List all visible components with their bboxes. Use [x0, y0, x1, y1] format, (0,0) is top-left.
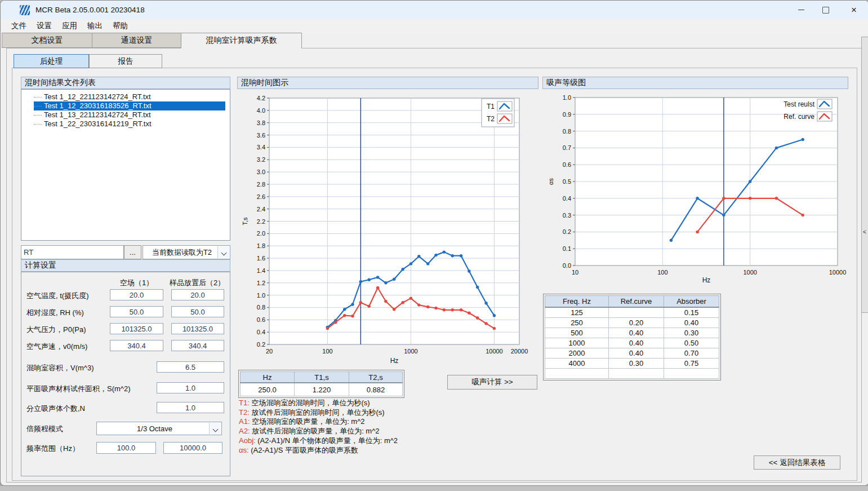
calc-input-with-sample[interactable]	[171, 323, 224, 334]
svg-text:3.4: 3.4	[257, 144, 265, 151]
column-header: Hz	[241, 372, 295, 383]
tab-document-settings[interactable]: 文档设置	[2, 33, 92, 48]
menu-item[interactable]: 帮助	[108, 20, 133, 32]
file-list-item[interactable]: Test 1_12_221123142724_RT.txt	[34, 92, 225, 101]
svg-text:1.4: 1.4	[257, 267, 265, 274]
svg-text:3.2: 3.2	[257, 156, 265, 163]
freq-max-input[interactable]	[163, 442, 222, 454]
close-icon: ×	[851, 5, 857, 15]
svg-text:1.0: 1.0	[563, 94, 571, 101]
table-cell: 0.70	[664, 348, 719, 359]
calc-input-single[interactable]	[157, 361, 224, 373]
table-cell: 2000	[545, 348, 609, 359]
note-key: A2:	[239, 427, 250, 435]
svg-text:3.6: 3.6	[257, 132, 265, 139]
svg-text:4.2: 4.2	[257, 95, 265, 101]
table-cell: 500	[545, 328, 609, 338]
calc-input-single[interactable]	[157, 402, 224, 413]
table-row: 20000.400.70	[545, 348, 719, 359]
grade-chart[interactable]: 0.00.10.20.30.40.50.60.70.80.91.01010010…	[546, 92, 847, 285]
note-text: 空场混响室的吸声量，单位为: m^2	[250, 417, 365, 426]
freq-min-input[interactable]	[96, 442, 156, 454]
table-cell: 0.50	[664, 338, 719, 348]
svg-text:1000: 1000	[404, 348, 417, 355]
table-cell: 0.30	[664, 328, 719, 338]
minimize-icon	[798, 10, 804, 10]
svg-text:2.6: 2.6	[257, 193, 265, 200]
svg-text:0.2: 0.2	[257, 341, 265, 348]
calc-input-empty-room[interactable]	[110, 306, 163, 317]
calc-input-empty-room[interactable]	[110, 289, 163, 300]
svg-text:T1: T1	[487, 103, 495, 110]
browse-button[interactable]: ...	[124, 245, 141, 259]
menu-item[interactable]: 文件	[6, 20, 32, 32]
svg-text:0.5: 0.5	[563, 178, 571, 185]
menu-item[interactable]: 应用	[57, 20, 82, 32]
calc-input-empty-room[interactable]	[110, 340, 163, 351]
calc-label: 相对湿度, RH (%)	[26, 308, 84, 318]
svg-text:0.6: 0.6	[563, 161, 571, 168]
file-list-panel-header: 混时间结果文件列表	[21, 77, 230, 89]
calc-label: 空气声速，v0(m/s)	[26, 342, 87, 352]
svg-text:1.8: 1.8	[257, 242, 265, 249]
svg-text:100: 100	[657, 269, 667, 276]
tab-channel-settings[interactable]: 通道设置	[92, 33, 181, 48]
table-cell: 1.220	[295, 383, 349, 396]
svg-text:Hz: Hz	[390, 357, 399, 365]
grade-table-wrap: Freq. HzRef.curveAbsorber1250.152500.200…	[543, 294, 721, 381]
tab-reverb-absorption[interactable]: 混响室计算吸声系数	[181, 33, 302, 48]
close-button[interactable]: ×	[842, 1, 866, 19]
note-key: T2:	[239, 408, 250, 417]
note-line: T1: 空场混响室的混响时间，单位为秒(s)	[239, 399, 398, 408]
calc-input-with-sample[interactable]	[171, 340, 224, 351]
calc-input-with-sample[interactable]	[171, 289, 224, 300]
note-text: 空场混响室的混响时间，单位为秒(s)	[250, 399, 370, 407]
minimize-button[interactable]	[789, 1, 813, 19]
inner-tab-postprocess[interactable]: 后处理	[14, 54, 89, 68]
svg-text:T2: T2	[487, 115, 495, 123]
calc-input-empty-room[interactable]	[110, 323, 163, 334]
rt-name-input[interactable]	[21, 245, 124, 259]
file-list-item[interactable]: Test 1_12_230316183526_RT.txt	[34, 101, 225, 110]
svg-text:αs: αs	[547, 178, 554, 185]
app-icon	[20, 5, 30, 15]
svg-text:T,s: T,s	[242, 217, 248, 225]
back-to-results-button[interactable]: << 返回结果表格	[754, 455, 840, 470]
menu-item[interactable]: 输出	[82, 20, 108, 32]
svg-text:0.8: 0.8	[257, 304, 265, 311]
svg-text:0.7: 0.7	[563, 144, 571, 151]
octave-mode-combo[interactable]: 1/3 Octave	[96, 422, 222, 435]
maximize-icon	[822, 7, 829, 14]
svg-text:3.0: 3.0	[257, 169, 265, 175]
table-cell: 250.0	[241, 383, 295, 396]
grade-chart-panel-header: 吸声等级图	[542, 77, 848, 89]
menu-bar: 文件设置应用输出帮助	[1, 19, 868, 33]
freq-range-label: 频率范围（Hz）	[26, 444, 79, 454]
svg-text:2.0: 2.0	[257, 230, 265, 237]
table-row	[545, 369, 719, 379]
octave-combo-arrow-box	[209, 423, 221, 434]
column-header: Freq. Hz	[545, 296, 609, 308]
inner-tab-report[interactable]: 报告	[89, 54, 162, 68]
svg-text:0.0: 0.0	[563, 262, 571, 269]
calc-settings-frame: 空场（1） 样品放置后（2） 倍频程模式 1/3 Octave 频率范围（Hz）…	[21, 272, 230, 476]
note-text: (A2-A1)/S 平面吸声体的吸声系数	[249, 446, 358, 454]
svg-text:0.2: 0.2	[563, 228, 571, 235]
file-list-item[interactable]: Test 1_13_221123142724_RT.txt	[34, 110, 225, 120]
absorption-calc-button[interactable]: 吸声计算 >>	[447, 375, 537, 390]
calc-input-single[interactable]	[157, 382, 224, 393]
rt-chart[interactable]: 0.20.40.60.81.01.21.41.61.82.02.22.42.62…	[240, 92, 537, 366]
current-data-combo[interactable]: 当前数据读取为T2	[143, 245, 230, 259]
file-list-item[interactable]: Test 1_22_230316141219_RT.txt	[34, 120, 225, 129]
svg-text:10000: 10000	[829, 269, 847, 276]
svg-text:1.6: 1.6	[257, 255, 265, 262]
menu-item[interactable]: 设置	[32, 20, 57, 32]
table-header-row: HzT1,sT2,s	[241, 372, 403, 383]
calc-input-with-sample[interactable]	[171, 306, 224, 317]
maximize-button[interactable]	[813, 1, 838, 19]
calc-label: 空气温度, t(摄氏度)	[26, 291, 89, 301]
collapse-splitter[interactable]: <	[861, 37, 868, 313]
col-header-with-sample: 样品放置后（2）	[164, 278, 230, 288]
column-header: Ref.curve	[609, 296, 664, 308]
svg-text:Hz: Hz	[702, 276, 711, 284]
